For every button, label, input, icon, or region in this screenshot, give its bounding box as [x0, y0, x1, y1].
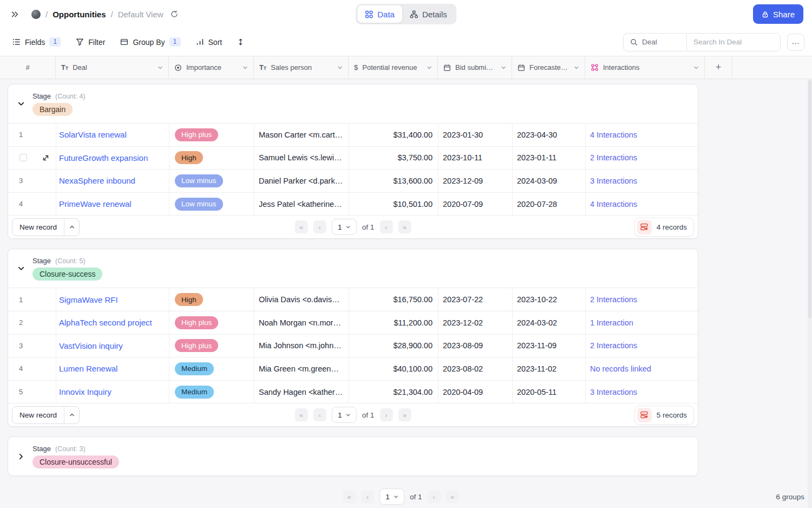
page-select[interactable]: 1	[379, 489, 404, 505]
deal-cell[interactable]: SolarVista renewal	[56, 123, 169, 146]
importance-cell[interactable]: High plus	[169, 335, 254, 357]
group-collapse-toggle[interactable]	[14, 262, 28, 276]
interactions-link[interactable]: 3 Interactions	[590, 388, 637, 396]
row-number-cell[interactable]: 1	[8, 288, 56, 311]
deal-cell[interactable]: NexaSphere inbound	[56, 170, 169, 192]
new-record-caret-button[interactable]	[64, 407, 79, 424]
deal-link[interactable]: NexaSphere inbound	[59, 176, 135, 185]
deal-cell[interactable]: FutureGrowth expansion	[56, 147, 169, 170]
deal-link[interactable]: SolarVista renewal	[59, 130, 127, 139]
interactions-link[interactable]: No records linked	[590, 364, 651, 373]
record-count-chip[interactable]: 4 records	[634, 218, 694, 237]
last-page-button[interactable]: »	[398, 220, 411, 233]
interactions-cell[interactable]: 2 Interactions	[586, 335, 698, 357]
interactions-cell[interactable]: 3 Interactions	[586, 381, 698, 403]
sort-button[interactable]: Sort	[191, 34, 227, 50]
sales-person-cell[interactable]: Olivia Davis <o.davis@…	[254, 288, 349, 311]
sales-person-cell[interactable]: Mason Carter <m.cart…	[254, 123, 349, 146]
deal-cell[interactable]: AlphaTech second project	[56, 311, 169, 334]
forecasted-cell[interactable]: 2023-11-09	[513, 335, 586, 357]
refresh-button[interactable]	[168, 8, 180, 20]
vertical-scrollbar[interactable]	[808, 79, 812, 508]
next-page-button[interactable]: ›	[379, 408, 392, 421]
interactions-cell[interactable]: 4 Interactions	[586, 193, 698, 216]
next-page-button[interactable]: ›	[379, 220, 392, 233]
bid-submission-cell[interactable]: 2023-08-09	[438, 335, 513, 357]
prev-page-button[interactable]: ‹	[313, 220, 326, 233]
row-number-cell[interactable]: 1	[8, 123, 56, 146]
deal-link[interactable]: VastVision inquiry	[59, 341, 123, 350]
bid-submission-cell[interactable]: 2023-12-02	[438, 311, 513, 334]
bid-submission-cell[interactable]: 2023-10-11	[438, 147, 513, 170]
deal-link[interactable]: Innovix Inquiry	[59, 387, 112, 396]
potential-revenue-cell[interactable]: $28,900.00	[349, 335, 438, 357]
last-page-button[interactable]: »	[398, 408, 411, 421]
deal-link[interactable]: AlphaTech second project	[59, 318, 152, 327]
potential-revenue-cell[interactable]: $13,600.00	[349, 170, 438, 192]
importance-cell[interactable]: Medium	[169, 357, 254, 380]
sales-person-cell[interactable]: Noah Morgan <n.morg…	[254, 311, 349, 334]
potential-revenue-cell[interactable]: $3,750.00	[349, 147, 438, 170]
forecasted-cell[interactable]: 2023-04-30	[513, 123, 586, 146]
interactions-link[interactable]: 4 Interactions	[590, 200, 637, 209]
page-select[interactable]: 1	[332, 407, 357, 423]
importance-cell[interactable]: Low minus	[169, 170, 254, 192]
importance-cell[interactable]: Low minus	[169, 193, 254, 216]
more-options-button[interactable]: …	[787, 34, 804, 51]
sales-person-cell[interactable]: Mia Green <m.green@…	[254, 357, 349, 380]
prev-page-button[interactable]: ‹	[313, 408, 326, 421]
tab-data[interactable]: Data	[357, 5, 402, 23]
deal-link[interactable]: Lumen Renewal	[59, 364, 117, 373]
importance-cell[interactable]: Medium	[169, 381, 254, 403]
interactions-cell[interactable]: 3 Interactions	[586, 170, 698, 192]
next-page-button[interactable]: ›	[428, 490, 441, 503]
row-number-cell[interactable]: 2	[8, 311, 56, 334]
interactions-link[interactable]: 1 Interaction	[590, 318, 633, 327]
row-height-button[interactable]	[232, 34, 249, 50]
interactions-cell[interactable]: 2 Interactions	[586, 288, 698, 311]
potential-revenue-cell[interactable]: $11,200.00	[349, 311, 438, 334]
column-header-forecasted-[interactable]: Forecasted…	[512, 56, 585, 79]
forecasted-cell[interactable]: 2020-07-28	[513, 193, 586, 216]
column-header-sales-person[interactable]: TTSales person	[254, 56, 349, 79]
search-input[interactable]	[687, 34, 780, 51]
deal-cell[interactable]: VastVision inquiry	[56, 335, 169, 357]
row-number-cell[interactable]: 4	[8, 357, 56, 380]
first-page-button[interactable]: «	[295, 408, 308, 421]
group-collapse-toggle[interactable]	[14, 450, 28, 464]
interactions-link[interactable]: 4 Interactions	[590, 131, 637, 139]
filter-button[interactable]: Filter	[71, 34, 110, 50]
search-field-selector[interactable]: Deal	[624, 34, 687, 51]
first-page-button[interactable]: «	[295, 220, 308, 233]
row-number-cell[interactable]: 5	[8, 381, 56, 403]
deal-link[interactable]: PrimeWave renewal	[59, 199, 132, 209]
importance-cell[interactable]: High	[169, 288, 254, 311]
potential-revenue-cell[interactable]: $21,304.00	[349, 381, 438, 403]
bid-submission-cell[interactable]: 2023-07-22	[438, 288, 513, 311]
interactions-cell[interactable]: 4 Interactions	[586, 123, 698, 146]
column-header-bid-submissi-[interactable]: Bid submissi…	[438, 56, 512, 79]
view-name[interactable]: Default View	[118, 10, 163, 19]
deal-cell[interactable]: PrimeWave renewal	[56, 193, 169, 216]
page-select[interactable]: 1	[332, 219, 357, 235]
interactions-cell[interactable]: 1 Interaction	[586, 311, 698, 334]
sales-person-cell[interactable]: Daniel Parker <d.parke…	[254, 170, 349, 192]
table-name[interactable]: Opportunities	[53, 10, 106, 19]
forecasted-cell[interactable]: 2023-01-11	[513, 147, 586, 170]
deal-link[interactable]: SigmaWave RFI	[59, 295, 118, 304]
base-avatar[interactable]	[31, 10, 41, 19]
deal-cell[interactable]: SigmaWave RFI	[56, 288, 169, 311]
group-by-button[interactable]: Group By 1	[115, 34, 185, 51]
table-row[interactable]: 3 VastVision inquiry High plus Mia Johns…	[8, 334, 698, 357]
interactions-link[interactable]: 2 Interactions	[590, 341, 637, 350]
new-record-caret-button[interactable]	[64, 219, 79, 236]
importance-cell[interactable]: High	[169, 147, 254, 170]
column-header-deal[interactable]: TTDeal	[56, 56, 169, 79]
row-checkbox[interactable]	[19, 154, 27, 161]
row-number-cell[interactable]	[8, 147, 56, 170]
tab-details[interactable]: Details	[402, 5, 455, 23]
add-column-button[interactable]: +	[705, 56, 732, 79]
deal-cell[interactable]: Innovix Inquiry	[56, 381, 169, 403]
importance-cell[interactable]: High plus	[169, 123, 254, 146]
row-number-cell[interactable]: 3	[8, 170, 56, 192]
